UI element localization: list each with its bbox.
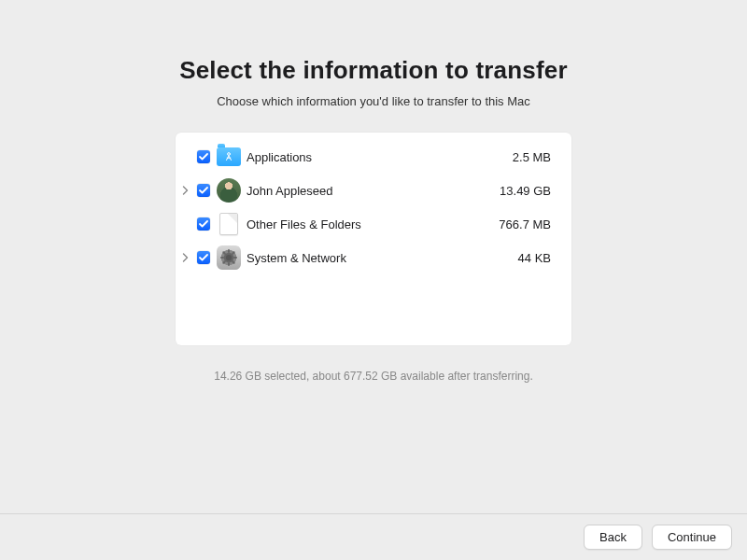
footer-bar: Back Continue [0, 513, 747, 560]
list-item: Other Files & Folders 766.7 MB [176, 207, 560, 241]
checkmark-icon [199, 153, 208, 161]
item-label: Other Files & Folders [245, 217, 499, 231]
list-item: System & Network 44 KB [176, 241, 560, 274]
applications-folder-icon [217, 147, 241, 166]
item-size: 2.5 MB [513, 150, 551, 164]
document-icon [219, 213, 238, 235]
selection-summary: 14.26 GB selected, about 677.52 GB avail… [214, 370, 533, 383]
item-label: John Appleseed [245, 184, 500, 198]
item-size: 13.49 GB [500, 184, 551, 198]
checkbox-applications[interactable] [197, 150, 210, 163]
transfer-list: Applications 2.5 MB John Appleseed 13.49… [176, 133, 571, 345]
continue-button[interactable]: Continue [652, 525, 732, 550]
checkmark-icon [199, 254, 208, 261]
page-title: Select the information to transfer [179, 56, 568, 85]
svg-line-8 [223, 261, 225, 263]
checkbox-system-network[interactable] [197, 251, 210, 264]
svg-point-1 [225, 254, 233, 261]
item-size: 44 KB [518, 251, 551, 265]
chevron-right-icon [182, 253, 189, 262]
system-settings-icon [217, 245, 241, 270]
list-item: John Appleseed 13.49 GB [176, 174, 560, 207]
back-button[interactable]: Back [584, 525, 642, 550]
svg-line-9 [233, 252, 234, 254]
checkmark-icon [199, 187, 208, 194]
list-item: Applications 2.5 MB [176, 140, 560, 174]
item-size: 766.7 MB [499, 217, 551, 231]
checkbox-other-files[interactable] [197, 217, 210, 231]
user-avatar-icon [217, 178, 241, 203]
svg-point-0 [228, 153, 231, 156]
page-subtitle: Choose which information you'd like to t… [217, 94, 530, 108]
checkmark-icon [199, 220, 208, 228]
disclosure-toggle[interactable] [182, 253, 189, 262]
svg-line-7 [233, 261, 234, 263]
item-label: Applications [245, 150, 513, 164]
svg-line-6 [223, 252, 225, 254]
item-label: System & Network [245, 251, 518, 265]
disclosure-toggle[interactable] [182, 186, 189, 195]
chevron-right-icon [182, 186, 189, 195]
checkbox-user[interactable] [197, 184, 210, 197]
